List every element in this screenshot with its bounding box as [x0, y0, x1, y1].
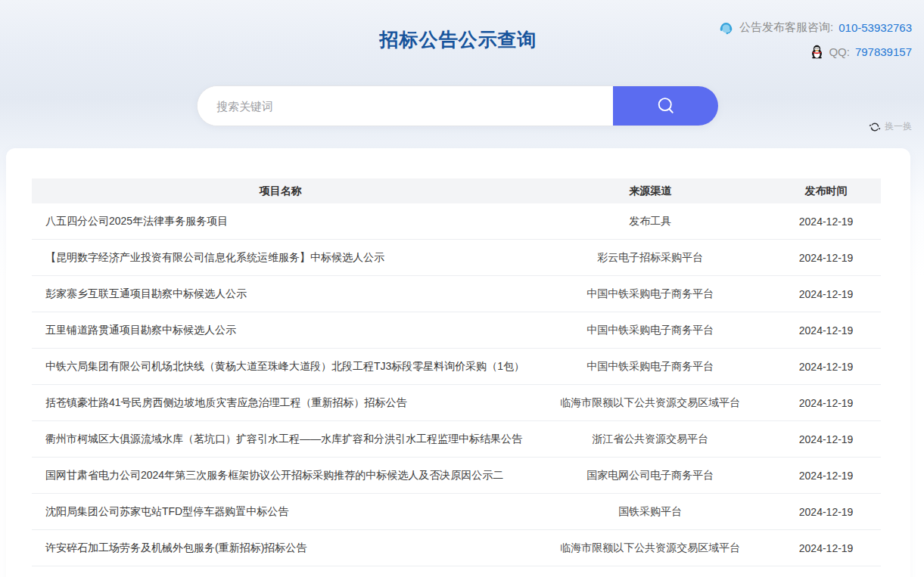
project-name-cell[interactable]: 国网甘肃省电力公司2024年第三次服务框架协议公开招标采购推荐的中标候选人及否决… [32, 469, 529, 482]
table-row[interactable]: 五里铺道路贯通项目勘察中标候选人公示 中国中铁采购电子商务平台 2024-12-… [32, 312, 881, 349]
search-icon [655, 95, 677, 117]
service-phone[interactable]: 010-53932763 [838, 21, 912, 34]
project-name-cell[interactable]: 八五四分公司2025年法律事务服务项目 [32, 215, 529, 228]
table-row[interactable]: 衢州市柯城区大俱源流域水库（茗坑口）扩容引水工程——水库扩容和分洪引水工程监理中… [32, 421, 881, 458]
column-header-source: 来源渠道 [529, 178, 771, 203]
customer-service-icon [718, 20, 734, 36]
contact-info: 公告发布客服咨询: 010-53932763 QQ: 797839157 [718, 20, 912, 59]
date-cell: 2024-12-19 [771, 361, 881, 373]
column-header-date: 发布时间 [771, 178, 881, 203]
table-row[interactable]: 括苍镇豪壮路41号民房西侧边坡地质灾害应急治理工程（重新招标）招标公告 临海市限… [32, 385, 881, 421]
project-name-cell[interactable]: 【昆明数字经济产业投资有限公司信息化系统运维服务】中标候选人公示 [32, 251, 529, 265]
date-cell: 2024-12-19 [771, 216, 881, 228]
project-name-cell[interactable]: 括苍镇豪壮路41号民房西侧边坡地质灾害应急治理工程（重新招标）招标公告 [32, 396, 529, 410]
project-name-cell[interactable]: 彭家寨乡互联互通项目勘察中标候选人公示 [32, 287, 529, 301]
project-name-cell[interactable]: 沈阳局集团公司苏家屯站TFD型停车器购置中标公告 [32, 505, 529, 519]
date-cell: 2024-12-19 [771, 397, 881, 409]
date-cell: 2024-12-19 [771, 433, 881, 445]
date-cell: 2024-12-19 [771, 506, 881, 518]
refresh-icon [869, 121, 881, 133]
source-cell: 发布工具 [529, 215, 771, 228]
refresh-control[interactable]: 换一换 [869, 120, 912, 133]
source-cell: 彩云电子招标采购平台 [529, 251, 771, 265]
service-label: 公告发布客服咨询: [739, 20, 833, 35]
table-row[interactable]: 彭家寨乡互联互通项目勘察中标候选人公示 中国中铁采购电子商务平台 2024-12… [32, 276, 881, 312]
date-cell: 2024-12-19 [771, 470, 881, 482]
table-header-row: 项目名称 来源渠道 发布时间 [32, 178, 881, 203]
source-cell: 浙江省公共资源交易平台 [529, 433, 771, 446]
search-button[interactable] [613, 86, 718, 126]
source-cell: 中国中铁采购电子商务平台 [529, 360, 771, 374]
qq-contact-line: QQ: 797839157 [810, 45, 912, 59]
date-cell: 2024-12-19 [771, 324, 881, 337]
table-body: 八五四分公司2025年法律事务服务项目 发布工具 2024-12-19 【昆明数… [32, 203, 881, 566]
project-name-cell[interactable]: 五里铺道路贯通项目勘察中标候选人公示 [32, 324, 529, 337]
search-bar [197, 85, 719, 126]
table-row[interactable]: 许安碎石加工场劳务及机械外包服务(重新招标)招标公告 临海市限额以下公共资源交易… [32, 530, 881, 566]
table-row[interactable]: 国网甘肃省电力公司2024年第三次服务框架协议公开招标采购推荐的中标候选人及否决… [32, 458, 881, 494]
column-header-project-name: 项目名称 [32, 178, 529, 203]
date-cell: 2024-12-19 [771, 252, 881, 264]
source-cell: 中国中铁采购电子商务平台 [529, 324, 771, 337]
qq-number[interactable]: 797839157 [855, 45, 912, 58]
source-cell: 临海市限额以下公共资源交易区域平台 [529, 396, 771, 410]
service-contact-line: 公告发布客服咨询: 010-53932763 [718, 20, 912, 36]
search-input[interactable] [198, 86, 613, 126]
project-name-cell[interactable]: 许安碎石加工场劳务及机械外包服务(重新招标)招标公告 [32, 541, 529, 555]
source-cell: 临海市限额以下公共资源交易区域平台 [529, 541, 771, 555]
table-row[interactable]: 八五四分公司2025年法律事务服务项目 发布工具 2024-12-19 [32, 203, 881, 240]
results-card: 项目名称 来源渠道 发布时间 八五四分公司2025年法律事务服务项目 发布工具 … [6, 148, 910, 577]
project-name-cell[interactable]: 衢州市柯城区大俱源流域水库（茗坑口）扩容引水工程——水库扩容和分洪引水工程监理中… [32, 433, 529, 446]
table-row[interactable]: 中铁六局集团有限公司机场北快线（黄杨大道至珠峰大道段）北段工程TJ3标段零星料询… [32, 349, 881, 385]
project-name-cell[interactable]: 中铁六局集团有限公司机场北快线（黄杨大道至珠峰大道段）北段工程TJ3标段零星料询… [32, 360, 529, 374]
date-cell: 2024-12-19 [771, 288, 881, 300]
table-row[interactable]: 沈阳局集团公司苏家屯站TFD型停车器购置中标公告 国铁采购平台 2024-12-… [32, 494, 881, 530]
source-cell: 中国中铁采购电子商务平台 [529, 287, 771, 301]
refresh-label: 换一换 [885, 120, 912, 133]
source-cell: 国家电网公司电子商务平台 [529, 469, 771, 482]
date-cell: 2024-12-19 [771, 542, 881, 554]
source-cell: 国铁采购平台 [529, 505, 771, 519]
qq-label: QQ: [829, 45, 850, 58]
qq-icon [810, 45, 823, 59]
table-row[interactable]: 【昆明数字经济产业投资有限公司信息化系统运维服务】中标候选人公示 彩云电子招标采… [32, 240, 881, 276]
